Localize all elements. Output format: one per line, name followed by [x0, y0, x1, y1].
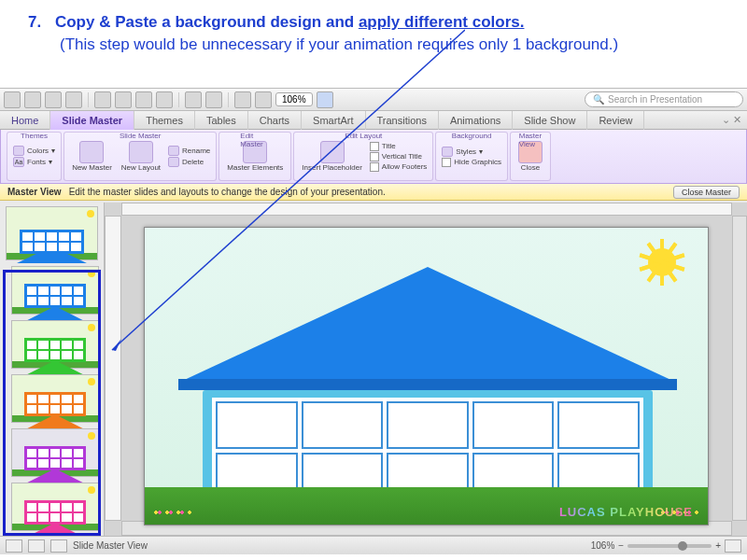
- tab-transitions[interactable]: Transitions: [366, 111, 439, 130]
- open-icon[interactable]: [24, 91, 41, 108]
- format-icon[interactable]: [156, 91, 173, 108]
- grp-slide-master: Slide Master New Master New Layout Renam…: [63, 132, 217, 181]
- bg-styles-button[interactable]: Styles ▾: [442, 147, 501, 157]
- zoom-slider[interactable]: [627, 544, 712, 548]
- tab-charts[interactable]: Charts: [248, 111, 302, 130]
- paste-icon[interactable]: [135, 91, 152, 108]
- status-bar: Slide Master View 106% − +: [0, 536, 747, 554]
- ruler-horizontal: [121, 203, 732, 216]
- new-master-button[interactable]: New Master: [70, 139, 114, 174]
- tab-animations[interactable]: Animations: [439, 111, 513, 130]
- hide-graphics-checkbox[interactable]: Hide Graphics: [442, 158, 501, 167]
- insert-placeholder-button[interactable]: Insert Placeholder: [300, 139, 363, 174]
- thumbnail-3[interactable]: [11, 320, 99, 369]
- grp-master-view: Master View Close: [510, 132, 551, 181]
- undo-icon[interactable]: [185, 91, 202, 108]
- tab-slide-master[interactable]: Slide Master: [50, 111, 134, 130]
- colors-button[interactable]: Colors ▾: [13, 146, 55, 156]
- thumbnail-4[interactable]: [11, 374, 99, 423]
- search-icon: 🔍: [593, 94, 604, 105]
- workspace: LUCAS PLAYHOUSE: [0, 203, 747, 536]
- tab-tables[interactable]: Tables: [195, 111, 248, 130]
- status-zoom: 106%: [591, 540, 615, 551]
- save-icon[interactable]: [45, 91, 62, 108]
- view-normal-icon[interactable]: [6, 539, 22, 553]
- redo-icon[interactable]: [205, 91, 222, 108]
- quick-toolbar: 106% 🔍 Search in Presentation: [0, 89, 747, 111]
- step-number: 7.: [28, 13, 41, 31]
- thumbnail-panel[interactable]: [0, 203, 105, 536]
- brand-text: LUCAS PLAYHOUSE: [559, 505, 693, 519]
- title-checkbox[interactable]: Title: [370, 142, 427, 151]
- tab-review[interactable]: Review: [587, 111, 644, 130]
- tab-home[interactable]: Home: [0, 111, 50, 130]
- grp-edit-layout: Edit Layout Insert Placeholder Title Ver…: [293, 132, 433, 181]
- master-view-infobar: Master View Edit the master slides and l…: [0, 184, 747, 201]
- close-master-bar-button[interactable]: Close Master: [673, 186, 740, 199]
- grp-themes: Themes Colors ▾ AaFonts ▾: [7, 132, 62, 181]
- ruler-vertical: [105, 216, 121, 521]
- vertical-title-checkbox[interactable]: Vertical Title: [370, 152, 427, 161]
- thumbnail-1[interactable]: [6, 206, 98, 260]
- file-icon[interactable]: [4, 91, 21, 108]
- allow-footers-checkbox[interactable]: Allow Footers: [370, 162, 427, 172]
- view-show-icon[interactable]: [50, 539, 67, 553]
- rename-button[interactable]: Rename: [168, 146, 210, 156]
- tab-themes[interactable]: Themes: [134, 111, 195, 130]
- copy-icon[interactable]: [115, 91, 132, 108]
- delete-button[interactable]: Delete: [168, 157, 210, 167]
- scrollbar-vertical[interactable]: [732, 216, 747, 521]
- ribbon-tabs: Home Slide Master Themes Tables Charts S…: [0, 111, 747, 130]
- thumbnail-6[interactable]: [11, 483, 99, 531]
- ribbon: Themes Colors ▾ AaFonts ▾ Slide Master N…: [0, 130, 747, 184]
- house-roof: [178, 267, 677, 383]
- status-mode: Slide Master View: [73, 540, 148, 551]
- slide-canvas[interactable]: LUCAS PLAYHOUSE: [105, 203, 747, 536]
- new-layout-button[interactable]: New Layout: [120, 139, 162, 174]
- media-icon[interactable]: [255, 91, 272, 108]
- tab-smartart[interactable]: SmartArt: [302, 111, 365, 130]
- grp-background: Background Styles ▾ Hide Graphics: [435, 132, 508, 181]
- master-slide[interactable]: LUCAS PLAYHOUSE: [144, 227, 709, 525]
- slideshow-icon[interactable]: [234, 91, 251, 108]
- cut-icon[interactable]: [94, 91, 111, 108]
- fonts-button[interactable]: AaFonts ▾: [13, 157, 55, 167]
- fit-icon[interactable]: [725, 539, 741, 553]
- print-icon[interactable]: [65, 91, 82, 108]
- tab-slide-show[interactable]: Slide Show: [513, 111, 587, 130]
- thumbnail-5[interactable]: [11, 428, 99, 477]
- powerpoint-window: 106% 🔍 Search in Presentation Home Slide…: [0, 88, 747, 554]
- view-sorter-icon[interactable]: [28, 539, 45, 553]
- sun-graphic: [641, 241, 684, 284]
- thumbnail-2[interactable]: [11, 266, 99, 315]
- instruction-text: 7. Copy & Paste a background design and …: [0, 0, 747, 63]
- search-input[interactable]: 🔍 Search in Presentation: [585, 91, 743, 107]
- grp-edit-master: Edit Master Master Elements: [218, 132, 291, 181]
- zoom-selector[interactable]: 106%: [275, 92, 313, 106]
- help-icon[interactable]: [317, 91, 333, 108]
